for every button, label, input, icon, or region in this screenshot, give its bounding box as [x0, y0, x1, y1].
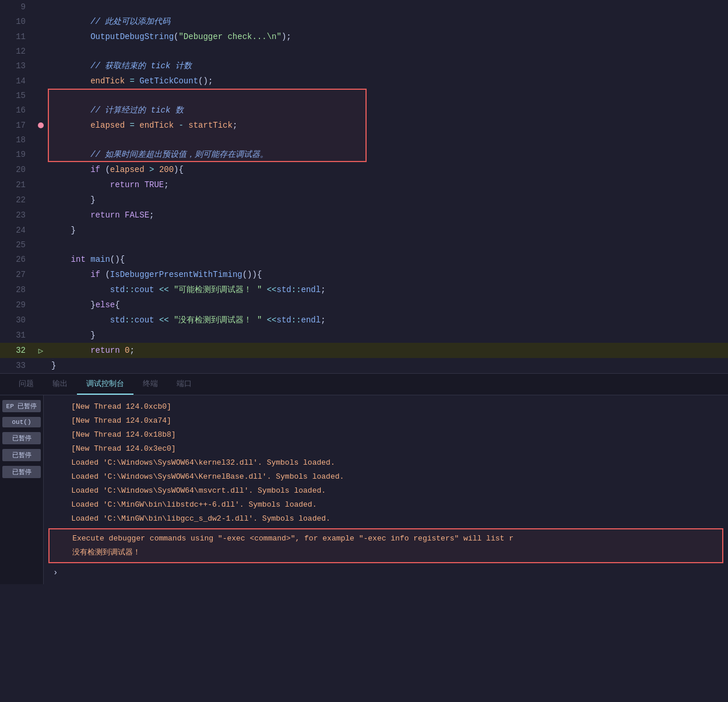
code-line-15: 15: [0, 89, 728, 103]
panel-tabs: 问题 输出 调试控制台 终端 端口: [0, 374, 728, 395]
tab-debug-console[interactable]: 调试控制台: [77, 374, 133, 395]
tab-ports[interactable]: 端口: [167, 374, 201, 395]
console-line-libstdcpp: Loaded 'C:\MinGW\bin\libstdc++-6.dll'. S…: [44, 498, 728, 512]
line-num-18: 18: [0, 135, 35, 145]
line-num-21: 21: [0, 180, 35, 189]
code-line-27: 27 if (IsDebuggerPresentWithTiming()){: [0, 267, 728, 282]
console-line-kernel32: Loaded 'C:\Windows\SysWOW64\kernel32.dll…: [44, 456, 728, 470]
tab-problems[interactable]: 问题: [9, 374, 43, 395]
badge-paused-2: 已暂停: [2, 449, 41, 461]
code-line-31: 31 }: [0, 328, 728, 343]
code-line-18: 18: [0, 133, 728, 147]
code-line-11: 11 OutputDebugString("Debugger check...\…: [0, 29, 728, 44]
line-num-9: 9: [0, 2, 35, 12]
code-line-28: 28 std::cout << "可能检测到调试器！ " <<std::endl…: [0, 282, 728, 297]
console-line-msvcrt: Loaded 'C:\Windows\SysWOW64\msvcrt.dll'.…: [44, 484, 728, 498]
code-line-19: 19 // 如果时间差超出预设值，则可能存在调试器。: [0, 147, 728, 162]
line-num-13: 13: [0, 61, 35, 71]
console-main: [New Thread 124.0xcb0] [New Thread 124.0…: [44, 395, 728, 584]
code-line-14: 14 endTick = GetTickCount();: [0, 73, 728, 89]
code-line-26: 26 int main(){: [0, 252, 728, 267]
line-num-26: 26: [0, 255, 35, 264]
line-num-25: 25: [0, 240, 35, 250]
badge-paused-1: 已暂停: [2, 432, 41, 444]
console-prompt[interactable]: ›: [44, 566, 728, 580]
code-line-17: 17 elapsed = endTick - startTick;: [0, 118, 728, 133]
line-num-29: 29: [0, 300, 35, 310]
badge-ep-paused: EP 已暂停: [2, 400, 41, 412]
code-line-16: 16 // 计算经过的 tick 数: [0, 103, 728, 118]
line-num-30: 30: [0, 315, 35, 325]
code-line-21: 21 return TRUE;: [0, 177, 728, 192]
line-num-10: 10: [0, 17, 35, 26]
selection-region: 15 16 // 计算经过的 tick 数 17 elapsed = endTi…: [0, 89, 728, 162]
code-line-22: 22 }: [0, 192, 728, 208]
console-no-debugger: 没有检测到调试器！: [54, 546, 718, 560]
console-line-thread3: [New Thread 124.0x3ec0]: [44, 442, 728, 456]
code-line-25: 25: [0, 238, 728, 252]
code-line-24: 24 }: [0, 223, 728, 238]
console-line-libgcc: Loaded 'C:\MinGW\bin\libgcc_s_dw2-1.dll'…: [44, 512, 728, 526]
code-line-33: 33 }: [0, 358, 728, 373]
line-num-12: 12: [0, 47, 35, 56]
line-num-31: 31: [0, 331, 35, 340]
line-num-14: 14: [0, 76, 35, 86]
bottom-panel: 问题 输出 调试控制台 终端 端口 EP 已暂停 out() 已暂停 已暂停 已…: [0, 373, 728, 584]
debug-sidebar: EP 已暂停 out() 已暂停 已暂停 已暂停: [0, 395, 44, 584]
code-line-12: 12: [0, 44, 728, 58]
badge-paused-3: 已暂停: [2, 466, 41, 478]
code-editor: 9 10 // 此处可以添加代码 11 OutputDebugString("D…: [0, 0, 728, 373]
line-num-23: 23: [0, 210, 35, 220]
line-num-17: 17: [0, 121, 35, 130]
console-line-scroll: [New Thread 124.0xcb0]: [44, 400, 728, 414]
code-line-9: 9: [0, 0, 728, 14]
line-num-28: 28: [0, 285, 35, 294]
execution-arrow: ▷: [35, 346, 47, 356]
breakpoint-dot: [38, 122, 44, 128]
code-line-30: 30 std::cout << "没有检测到调试器！ " <<std::endl…: [0, 313, 728, 328]
console-exec-command: Execute debugger commands using "-exec <…: [54, 532, 718, 546]
badge-out: out(): [2, 417, 41, 427]
code-line-10: 10 // 此处可以添加代码: [0, 14, 728, 29]
debug-area: EP 已暂停 out() 已暂停 已暂停 已暂停 [New Thread 124…: [0, 395, 728, 584]
console-line-thread1: [New Thread 124.0xa74]: [44, 414, 728, 428]
line-num-27: 27: [0, 270, 35, 279]
code-line-29: 29 }else{: [0, 297, 728, 313]
tab-terminal[interactable]: 终端: [133, 374, 167, 395]
line-num-19: 19: [0, 150, 35, 159]
line-num-20: 20: [0, 165, 35, 174]
line-num-11: 11: [0, 32, 35, 41]
line-num-24: 24: [0, 226, 35, 235]
console-highlighted-box: Execute debugger commands using "-exec <…: [48, 528, 723, 563]
tab-output[interactable]: 输出: [43, 374, 77, 395]
line-num-16: 16: [0, 106, 35, 115]
line-num-22: 22: [0, 195, 35, 205]
console-line-thread2: [New Thread 124.0x18b8]: [44, 428, 728, 442]
line-num-32: 32: [0, 346, 35, 355]
code-line-23: 23 return FALSE;: [0, 208, 728, 223]
line-num-33: 33: [0, 361, 35, 370]
console-line-kernelbase: Loaded 'C:\Windows\SysWOW64\KernelBase.d…: [44, 470, 728, 484]
code-line-13: 13 // 获取结束的 tick 计数: [0, 58, 728, 73]
code-line-20: 20 if (elapsed > 200){: [0, 162, 728, 177]
line-num-15: 15: [0, 91, 35, 100]
console-output: [New Thread 124.0xcb0] [New Thread 124.0…: [44, 395, 728, 584]
code-line-32: 32 ▷ return 0;: [0, 343, 728, 358]
